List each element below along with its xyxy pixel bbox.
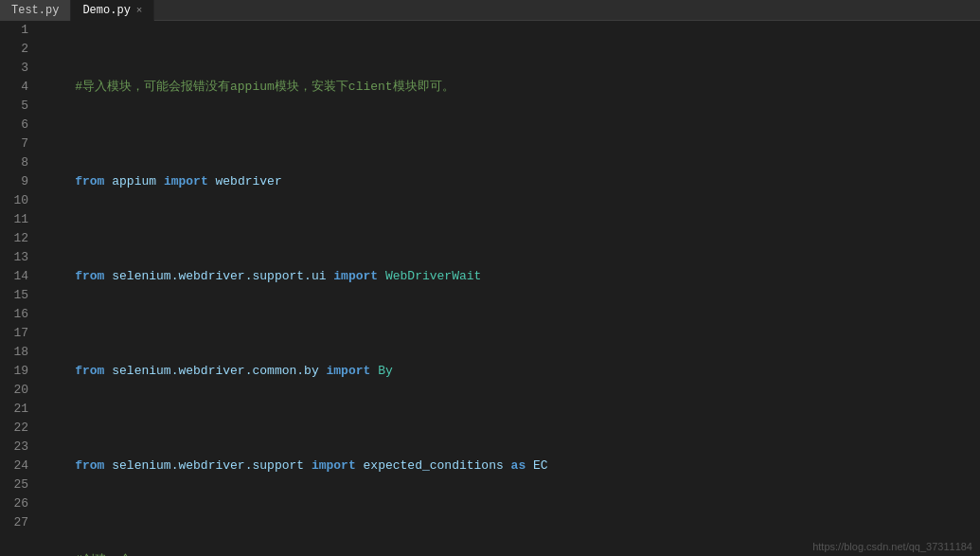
ln-13: 13 xyxy=(0,248,28,267)
ln-26: 26 xyxy=(0,494,28,513)
ln-18: 18 xyxy=(0,343,28,362)
import-kw-2: import xyxy=(164,174,208,188)
ln-12: 12 xyxy=(0,229,28,248)
tab-demo[interactable]: Demo.py × xyxy=(71,0,154,21)
code-area: 1 2 3 4 5 6 7 8 9 10 11 12 13 14 15 16 1… xyxy=(0,21,980,556)
ln-7: 7 xyxy=(0,135,28,153)
code-line-5: from selenium.webdriver.support import e… xyxy=(45,457,980,475)
ln-11: 11 xyxy=(0,210,28,229)
ln-6: 6 xyxy=(0,116,28,135)
ln-27: 27 xyxy=(0,513,28,532)
editor-container: Test.py Demo.py × 1 2 3 4 5 6 7 8 9 10 1… xyxy=(0,0,980,556)
ln-15: 15 xyxy=(0,286,28,305)
ln-10: 10 xyxy=(0,191,28,210)
ec-var-5: EC xyxy=(533,458,548,473)
ln-16: 16 xyxy=(0,305,28,324)
import-kw-3: import xyxy=(333,269,378,283)
ln-19: 19 xyxy=(0,362,28,381)
tab-demo-close[interactable]: × xyxy=(136,5,143,16)
code-line-3: from selenium.webdriver.support.ui impor… xyxy=(45,267,980,286)
from-kw-4: from xyxy=(75,364,104,378)
comment-1: #导入模块，可能会报错没有appium模块，安装下client模块即可。 xyxy=(75,80,454,94)
ln-23: 23 xyxy=(0,438,28,457)
import-kw-4: import xyxy=(327,364,371,378)
ln-20: 20 xyxy=(0,381,28,400)
ln-21: 21 xyxy=(0,400,28,419)
ln-2: 2 xyxy=(0,40,28,59)
ln-1: 1 xyxy=(0,21,28,40)
tab-bar: Test.py Demo.py × xyxy=(0,0,980,21)
module-5: selenium.webdriver.support xyxy=(112,458,304,473)
code-line-4: from selenium.webdriver.common.by import… xyxy=(45,362,980,381)
ln-5: 5 xyxy=(0,97,28,116)
from-kw-2: from xyxy=(75,174,104,188)
ln-22: 22 xyxy=(0,419,28,438)
ln-14: 14 xyxy=(0,267,28,286)
ln-17: 17 xyxy=(0,324,28,343)
ln-3: 3 xyxy=(0,59,28,78)
as-kw-5: as xyxy=(511,458,526,473)
import-kw-5: import xyxy=(312,458,356,473)
from-kw-5: from xyxy=(75,458,104,473)
class-4: By xyxy=(378,364,393,378)
ln-8: 8 xyxy=(0,153,28,172)
code-line-1: #导入模块，可能会报错没有appium模块，安装下client模块即可。 xyxy=(45,78,980,97)
ln-9: 9 xyxy=(0,172,28,191)
module-3: selenium.webdriver.support.ui xyxy=(112,269,326,283)
line-numbers: 1 2 3 4 5 6 7 8 9 10 11 12 13 14 15 16 1… xyxy=(0,21,36,556)
watermark: https://blog.csdn.net/qq_37311184 xyxy=(812,541,972,552)
tab-test[interactable]: Test.py xyxy=(0,0,71,21)
ln-25: 25 xyxy=(0,475,28,494)
tab-demo-label: Demo.py xyxy=(82,4,130,17)
code-line-2: from appium import webdriver xyxy=(45,172,980,191)
ln-4: 4 xyxy=(0,78,28,97)
module-4: selenium.webdriver.common.by xyxy=(112,364,318,378)
class-3: WebDriverWait xyxy=(385,269,481,283)
code-content[interactable]: #导入模块，可能会报错没有appium模块，安装下client模块即可。 fro… xyxy=(36,21,980,556)
ec-module-5: expected_conditions xyxy=(364,458,504,473)
from-kw-3: from xyxy=(75,269,104,283)
ln-24: 24 xyxy=(0,457,28,475)
webdriver-2: webdriver xyxy=(216,174,282,188)
tab-test-label: Test.py xyxy=(11,4,59,17)
module-2: appium xyxy=(112,174,156,188)
